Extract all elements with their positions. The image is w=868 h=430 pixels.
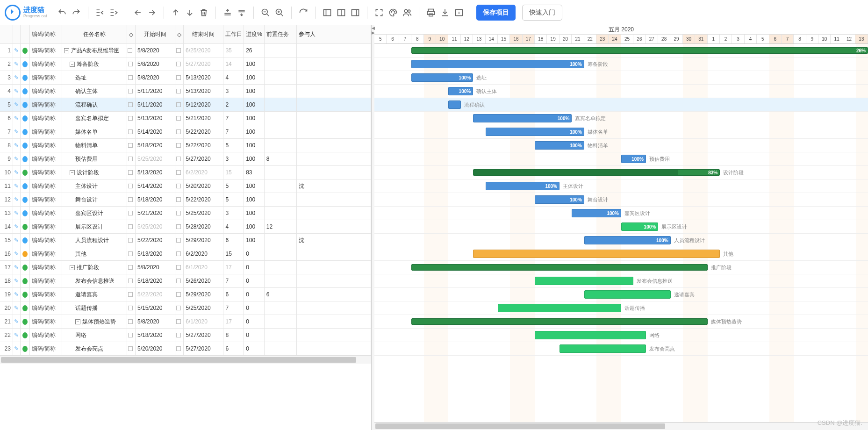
cell-days[interactable]: 6	[223, 234, 244, 247]
delete-icon[interactable]	[198, 7, 210, 19]
gantt-row[interactable]: 100%确认主体	[374, 85, 868, 98]
cell-name[interactable]: 展示区设计	[62, 220, 127, 233]
cell-start[interactable]: 5/18/2020	[136, 139, 175, 152]
quickstart-button[interactable]: 快速入门	[522, 5, 562, 21]
cell-start-chk[interactable]	[127, 179, 136, 193]
move-up-icon[interactable]	[170, 7, 182, 19]
cell-name[interactable]: 确认主体	[62, 85, 127, 98]
cell-code[interactable]: 编码/简称	[30, 85, 62, 98]
cell-participant[interactable]	[297, 329, 371, 342]
cell-start[interactable]: 5/14/2020	[136, 179, 175, 193]
cell-start-chk[interactable]	[127, 220, 136, 233]
cell-name[interactable]: −产品A发布思维导图	[62, 44, 127, 57]
gantt-row[interactable]: 100%筹备阶段	[374, 57, 868, 71]
cell-predecessor[interactable]: 8	[265, 152, 297, 165]
gantt-row[interactable]: 网络	[374, 329, 868, 342]
cell-participant[interactable]: 沈	[297, 234, 371, 247]
cell-days[interactable]: 8	[223, 329, 244, 342]
status-dot[interactable]	[21, 85, 30, 98]
cell-end[interactable]: 5/28/2020	[184, 220, 223, 233]
cell-code[interactable]: 编码/简称	[30, 179, 62, 193]
gantt-bar[interactable]: 83%设计阶段	[473, 169, 720, 176]
cell-start-chk[interactable]	[127, 125, 136, 138]
col-name[interactable]: 任务名称	[62, 25, 127, 43]
status-dot[interactable]	[21, 125, 30, 138]
cell-days[interactable]: 35	[223, 44, 244, 57]
cell-end-chk[interactable]	[175, 98, 184, 111]
cell-name[interactable]: 其他	[62, 247, 127, 260]
gantt-bar[interactable]: 100%嘉宾名单拟定	[473, 114, 572, 122]
table-row[interactable]: 23 ✎ 编码/简称 发布会亮点 5/20/2020 5/27/2020 6 0	[0, 342, 371, 356]
cell-progress[interactable]: 0	[244, 329, 265, 342]
cell-end[interactable]: 5/25/2020	[184, 301, 223, 315]
cell-days[interactable]: 5	[223, 193, 244, 206]
gantt-body[interactable]: 26%100%筹备阶段100%选址100%确认主体流程确认100%嘉宾名单拟定1…	[374, 44, 868, 422]
cell-name[interactable]: 物料清单	[62, 139, 127, 152]
cell-code[interactable]: 编码/简称	[30, 207, 62, 220]
cell-end-chk[interactable]	[175, 139, 184, 152]
cell-participant[interactable]	[297, 301, 371, 315]
gantt-row[interactable]: 26%	[374, 44, 868, 57]
cell-end-chk[interactable]	[175, 247, 184, 260]
cell-end-chk[interactable]	[175, 166, 184, 179]
gantt-bar[interactable]: 100%物料清单	[535, 141, 584, 150]
cell-code[interactable]: 编码/简称	[30, 301, 62, 315]
edit-icon[interactable]: ✎	[13, 274, 21, 287]
status-dot[interactable]	[21, 179, 30, 193]
status-dot[interactable]	[21, 207, 30, 220]
edit-icon[interactable]: ✎	[13, 152, 21, 165]
cell-start-chk[interactable]	[127, 57, 136, 71]
zoom-out-icon[interactable]	[259, 7, 272, 19]
gantt-row[interactable]: 媒体预热造势	[374, 315, 868, 329]
edit-icon[interactable]: ✎	[13, 288, 21, 301]
cell-start-chk[interactable]	[127, 261, 136, 274]
cell-name[interactable]: 人员流程设计	[62, 234, 127, 247]
col-predecessor[interactable]: 前置任务	[265, 25, 297, 43]
table-row[interactable]: 16 ✎ 编码/简称 其他 5/13/2020 6/2/2020 15 0	[0, 247, 371, 261]
cell-end[interactable]: 6/2/2020	[184, 166, 223, 179]
cell-end[interactable]: 5/25/2020	[184, 207, 223, 220]
cell-days[interactable]: 5	[223, 139, 244, 152]
table-row[interactable]: 12 ✎ 编码/简称 舞台设计 5/18/2020 5/22/2020 5 10…	[0, 193, 371, 207]
col-participant[interactable]: 参与人	[297, 25, 371, 43]
cell-progress[interactable]: 100	[244, 152, 265, 165]
cell-predecessor[interactable]	[265, 342, 297, 355]
cell-participant[interactable]	[297, 342, 371, 355]
cell-days[interactable]: 7	[223, 274, 244, 287]
cell-end[interactable]: 5/20/2020	[184, 179, 223, 193]
edit-icon[interactable]: ✎	[13, 247, 21, 260]
gantt-row[interactable]: 100%嘉宾名单拟定	[374, 112, 868, 125]
table-row[interactable]: 15 ✎ 编码/简称 人员流程设计 5/22/2020 5/29/2020 6 …	[0, 234, 371, 247]
cell-end[interactable]: 6/1/2020	[184, 315, 223, 328]
cell-participant[interactable]	[297, 274, 371, 287]
cell-start[interactable]: 5/8/2020	[136, 261, 175, 274]
gantt-row[interactable]: 邀请嘉宾	[374, 288, 868, 301]
expand-icon[interactable]: −	[64, 48, 69, 53]
cell-participant[interactable]	[297, 98, 371, 111]
cell-start[interactable]: 5/13/2020	[136, 166, 175, 179]
table-row[interactable]: 1 ✎ 编码/简称 −产品A发布思维导图 5/8/2020 6/25/2020 …	[0, 44, 371, 57]
gantt-row[interactable]: 话题传播	[374, 301, 868, 315]
edit-icon[interactable]: ✎	[13, 44, 21, 57]
cell-name[interactable]: 预估费用	[62, 152, 127, 165]
cell-days[interactable]: 7	[223, 112, 244, 125]
cell-days[interactable]: 6	[223, 342, 244, 355]
cell-code[interactable]: 编码/简称	[30, 152, 62, 165]
cell-end-chk[interactable]	[175, 125, 184, 138]
col-progress[interactable]: 进度%	[244, 25, 265, 43]
cell-start[interactable]: 5/14/2020	[136, 125, 175, 138]
table-row[interactable]: 20 ✎ 编码/简称 话题传播 5/15/2020 5/25/2020 7 0	[0, 301, 371, 315]
zoom-in-icon[interactable]	[273, 7, 286, 19]
gantt-row[interactable]: 发布会亮点	[374, 342, 868, 356]
cell-end-chk[interactable]	[175, 274, 184, 287]
gantt-bar[interactable]: 流程确认	[448, 100, 460, 109]
fullscreen-icon[interactable]	[373, 7, 385, 19]
cell-code[interactable]: 编码/简称	[30, 315, 62, 328]
cell-name[interactable]: 嘉宾区设计	[62, 207, 127, 220]
cell-name[interactable]: −筹备阶段	[62, 57, 127, 71]
cell-predecessor[interactable]	[265, 315, 297, 328]
table-row[interactable]: 22 ✎ 编码/简称 网络 5/18/2020 5/27/2020 8 0	[0, 329, 371, 342]
col-sort-end[interactable]: ◇	[175, 25, 184, 43]
cell-code[interactable]: 编码/简称	[30, 166, 62, 179]
print-icon[interactable]	[425, 7, 437, 19]
